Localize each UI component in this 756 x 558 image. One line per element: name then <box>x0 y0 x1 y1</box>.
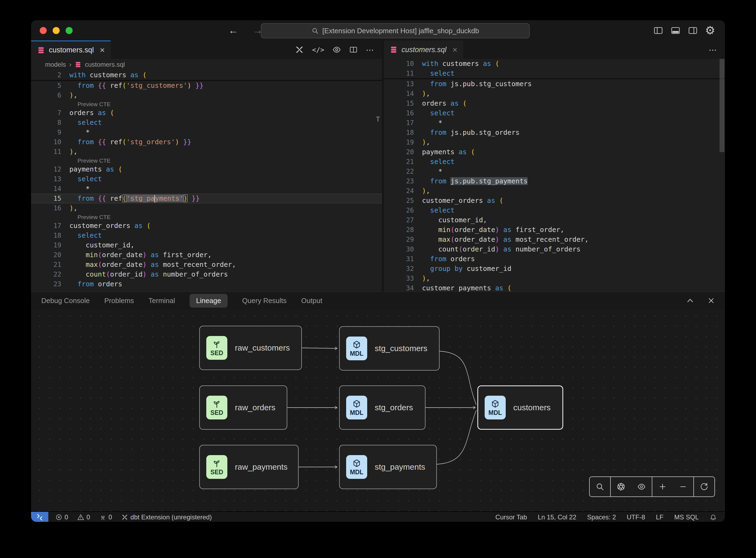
status-ms-sql[interactable]: MS SQL <box>674 513 699 521</box>
code-line[interactable]: 20payments as ( <box>384 147 725 157</box>
panel-tab-debug-console[interactable]: Debug Console <box>41 297 89 305</box>
lineage-node-stg_customers[interactable]: MDLstg_customers <box>339 326 440 371</box>
lineage-node-raw_customers[interactable]: SEDraw_customers <box>199 326 302 370</box>
split-editor-icon[interactable] <box>349 45 358 54</box>
code-line[interactable]: 6), <box>31 91 382 100</box>
status-broadcast[interactable]: 0 <box>99 513 112 521</box>
status-utf-8[interactable]: UTF-8 <box>627 513 645 521</box>
code-editor-compiled[interactable]: 10with customers as (11 select 13 from j… <box>384 59 725 292</box>
code-editor-source[interactable]: 2with customers as ( 5 from {{ ref('stg_… <box>31 70 382 292</box>
code-line[interactable]: 7orders as ( <box>31 108 382 118</box>
code-line[interactable]: 28 min(order_date) as first_order, <box>384 225 725 235</box>
status-warning-triangle[interactable]: 0 <box>77 513 90 521</box>
panel-tab-output[interactable]: Output <box>301 297 322 305</box>
lineage-node-stg_payments[interactable]: MDLstg_payments <box>339 445 437 489</box>
status-cursor-tab[interactable]: Cursor Tab <box>495 513 527 521</box>
code-line[interactable]: 21 select <box>384 157 725 167</box>
code-line[interactable]: 13 select <box>31 174 382 184</box>
status-dbt[interactable]: dbt Extension (unregistered) <box>121 513 212 521</box>
code-line[interactable]: 26 select <box>384 206 725 215</box>
minimize-window-button[interactable] <box>53 27 60 34</box>
panel-tab-terminal[interactable]: Terminal <box>149 297 175 305</box>
search-icon[interactable] <box>590 478 610 496</box>
code-line[interactable]: 11), <box>31 147 382 157</box>
code-line[interactable]: 14), <box>384 89 725 99</box>
lineage-node-customers[interactable]: MDLcustomers <box>477 385 563 430</box>
zoom-out-icon[interactable] <box>673 478 693 496</box>
status-error-circle[interactable]: 0 <box>55 513 68 521</box>
back-icon[interactable]: ← <box>228 25 238 36</box>
chevron-up-icon[interactable] <box>686 297 694 305</box>
code-line[interactable]: 19 customer_id, <box>31 240 382 250</box>
tab-customers-sql[interactable]: customers.sql × <box>31 41 111 59</box>
breadcrumb-item-file[interactable]: customers.sql <box>85 61 125 68</box>
code-line[interactable]: 32 group by customer_id <box>384 264 725 274</box>
dbt-icon[interactable] <box>295 45 304 54</box>
code-line[interactable]: 12payments as ( <box>31 164 382 174</box>
code-line[interactable]: 22 count(order_id) as number_of_orders <box>31 270 382 279</box>
remote-indicator[interactable] <box>31 512 48 522</box>
code-line[interactable]: 34customer_payments as ( <box>384 283 725 292</box>
code-line[interactable]: 2with customers as ( <box>31 70 382 80</box>
code-line[interactable]: 23 from orders <box>31 279 382 289</box>
status-lf[interactable]: LF <box>656 513 663 521</box>
code-line[interactable]: 8 select <box>31 118 382 127</box>
code-line[interactable]: 19), <box>384 137 725 147</box>
layout-sidebar-left-icon[interactable] <box>653 25 663 36</box>
code-line[interactable]: 30 count(order_id) as number_of_orders <box>384 245 725 254</box>
code-line[interactable]: 17 * <box>384 118 725 128</box>
code-line[interactable]: 13 from js.pub.stg_customers <box>384 79 725 89</box>
layout-sidebar-right-icon[interactable] <box>688 25 698 36</box>
code-line[interactable]: 23 from js.pub.stg_payments <box>384 176 725 186</box>
code-line[interactable]: 10with customers as ( <box>384 59 725 69</box>
status-bell[interactable] <box>709 514 717 521</box>
code-line[interactable]: 11 select <box>384 69 725 78</box>
code-line[interactable]: 16 select <box>384 108 725 118</box>
close-window-button[interactable] <box>40 27 47 34</box>
sticky-scroll[interactable]: 10with customers as (11 select <box>384 59 725 79</box>
refresh-icon[interactable] <box>694 478 714 496</box>
code-line[interactable]: 25customer_orders as ( <box>384 196 725 206</box>
scrollbar-thumb[interactable] <box>720 59 724 152</box>
zoom-in-icon[interactable] <box>652 478 673 496</box>
code-icon[interactable]: </> <box>312 46 324 54</box>
code-line[interactable]: 9 * <box>31 127 382 137</box>
code-line[interactable]: 20 min(order_date) as first_order, <box>31 250 382 260</box>
close-tab-icon[interactable]: × <box>452 45 458 55</box>
code-line[interactable]: 21 max(order_date) as most_recent_order, <box>31 260 382 270</box>
command-center-search[interactable]: [Extension Development Host] jaffle_shop… <box>261 23 530 39</box>
codelens-action[interactable]: Preview CTE <box>31 157 382 164</box>
code-line[interactable]: 14 * <box>31 184 382 194</box>
code-line[interactable]: 22 * <box>384 167 725 176</box>
code-line[interactable]: 24), <box>384 186 725 196</box>
panel-tab-query-results[interactable]: Query Results <box>242 297 287 305</box>
preview-eye-icon[interactable] <box>332 45 341 54</box>
more-actions-icon[interactable]: ⋯ <box>366 45 375 55</box>
code-line[interactable]: 33), <box>384 274 725 283</box>
status-ln-15-col-22[interactable]: Ln 15, Col 22 <box>538 513 576 521</box>
close-tab-icon[interactable]: × <box>100 45 105 55</box>
codelens-action[interactable]: Preview CTE <box>31 213 382 221</box>
eye-icon[interactable] <box>631 478 652 496</box>
code-line[interactable]: 15 from {{ ref('stg_payments') }} <box>31 194 382 203</box>
lineage-node-raw_orders[interactable]: SEDraw_orders <box>199 385 287 430</box>
breadcrumb-item-models[interactable]: models <box>45 61 66 68</box>
code-line[interactable]: 31 from orders <box>384 254 725 264</box>
close-icon[interactable] <box>707 297 715 305</box>
zoom-window-button[interactable] <box>66 27 73 34</box>
code-line[interactable]: 18 from js.pub.stg_orders <box>384 128 725 137</box>
code-line[interactable]: 15orders as ( <box>384 99 725 108</box>
more-actions-icon[interactable]: ⋯ <box>709 45 718 55</box>
panel-tab-problems[interactable]: Problems <box>104 297 134 305</box>
code-line[interactable]: 5 from {{ ref('stg_customers') }} <box>31 81 382 91</box>
code-line[interactable]: 27 customer_id, <box>384 215 725 225</box>
code-line[interactable]: 29 max(order_date) as most_recent_order, <box>384 235 725 245</box>
aperture-icon[interactable] <box>611 478 631 496</box>
code-line[interactable]: 10 from {{ ref('stg_orders') }} <box>31 137 382 147</box>
lineage-node-stg_orders[interactable]: MDLstg_orders <box>339 385 425 430</box>
tab-customers-sql-compiled[interactable]: customers.sql × <box>384 41 463 59</box>
layout-panel-bottom-icon[interactable] <box>671 25 681 36</box>
panel-tab-lineage[interactable]: Lineage <box>189 294 228 308</box>
lineage-node-raw_payments[interactable]: SEDraw_payments <box>199 445 298 489</box>
code-line[interactable]: 18 select <box>31 231 382 240</box>
